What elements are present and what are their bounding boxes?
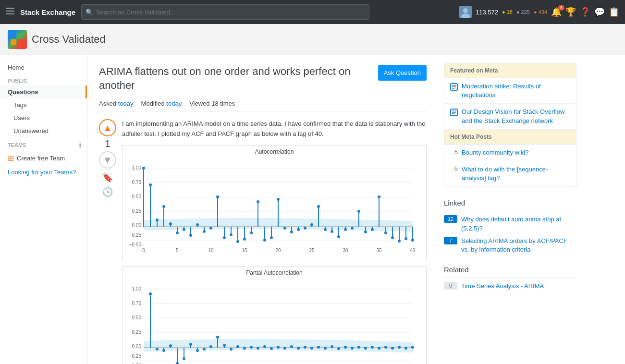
svg-point-111 — [404, 237, 407, 240]
hot-meta-item-1: 5 What to do with the [sequence-analysis… — [444, 161, 576, 187]
stack-exchange-logo[interactable]: Stack Exchange — [20, 8, 75, 16]
svg-point-97 — [357, 210, 360, 213]
svg-point-53 — [209, 227, 212, 230]
svg-point-165 — [236, 345, 239, 348]
svg-text:30: 30 — [343, 248, 348, 253]
team-icon: ⊞ — [8, 154, 14, 163]
linked-header: Linked — [444, 195, 576, 211]
teams-label: TEAMS — [8, 142, 26, 148]
viewed-label: Viewed 18 times — [189, 100, 235, 107]
create-team-item[interactable]: ⊞ Create free Team — [0, 151, 87, 166]
svg-point-147 — [176, 362, 179, 364]
post-actions: 🔖 🕒 — [102, 172, 113, 197]
svg-text:15: 15 — [242, 248, 247, 253]
svg-point-203 — [364, 347, 367, 350]
downvote-button[interactable]: ▼ — [99, 151, 116, 169]
acf-chart-title: Autocorrelation — [124, 147, 424, 157]
svg-point-215 — [404, 347, 407, 350]
svg-point-113 — [411, 239, 414, 242]
sidebar-item-users[interactable]: Users — [0, 111, 87, 124]
linked-link-1[interactable]: Selecting ARIMA orders by ACF/PACF vs. b… — [461, 237, 576, 254]
svg-text:10: 10 — [208, 248, 214, 253]
hamburger-menu[interactable] — [6, 7, 14, 17]
hot-meta-item-0: 5 Bounty community wiki? — [444, 145, 576, 161]
nav-right: 113,572 ● 18 ● 225 ● 434 🔔 6 🏆 ❓ 💬 📋 — [459, 6, 619, 18]
main-layout: Home PUBLIC Questions Tags Users Unanswe… — [0, 55, 625, 364]
svg-point-189 — [317, 346, 320, 349]
featured-link-0[interactable]: Moderation strike: Results of negotiatio… — [462, 82, 570, 99]
svg-point-181 — [290, 345, 293, 348]
right-sidebar: Featured on Meta Moderation strike: Resu… — [438, 55, 582, 364]
svg-point-171 — [257, 347, 259, 350]
vote-count: 1 — [105, 138, 110, 149]
featured-link-1[interactable]: Our Design Vision for Stack Overflow and… — [462, 108, 570, 125]
meta-icon-0 — [450, 83, 458, 91]
svg-point-109 — [398, 240, 401, 243]
sidebar-item-tags[interactable]: Tags — [0, 98, 87, 111]
bookmark-icon[interactable]: 🔖 — [102, 172, 113, 183]
svg-point-83 — [310, 223, 313, 226]
svg-point-139 — [149, 292, 152, 295]
review-icon[interactable]: 📋 — [609, 7, 619, 17]
tags-label: Tags — [13, 101, 26, 109]
linked-item-1: 7 Selecting ARIMA orders by ACF/PACF vs.… — [444, 237, 576, 254]
linked-link-0[interactable]: Why does default auto.arima stop at (5,2… — [461, 215, 576, 232]
hot-meta-link-0[interactable]: Bounty community wiki? — [462, 148, 528, 157]
ask-question-button[interactable]: Ask Question — [378, 65, 427, 81]
inbox-icon[interactable]: 🔔 6 — [551, 7, 562, 17]
svg-point-89 — [331, 230, 333, 233]
related-item-0: 0 Time Series Analysis - ARIMA — [444, 282, 576, 291]
svg-text:0.50: 0.50 — [132, 315, 142, 320]
svg-point-101 — [371, 228, 374, 231]
svg-point-153 — [196, 349, 199, 352]
related-score-0: 0 — [444, 282, 457, 290]
sidebar-item-home[interactable]: Home — [0, 61, 87, 74]
help-icon[interactable]: ❓ — [580, 7, 590, 17]
svg-point-81 — [304, 227, 306, 230]
avatar[interactable] — [459, 6, 472, 18]
reputation-score: 113,572 — [476, 9, 498, 16]
chat-icon[interactable]: 💬 — [594, 7, 605, 17]
svg-point-63 — [243, 238, 246, 241]
post-body: I am implementing an ARIMA model on a ti… — [122, 119, 427, 364]
search-box: 🔍 — [81, 4, 369, 20]
looking-for-teams[interactable]: Looking for your Teams? — [0, 166, 87, 179]
svg-text:1.00: 1.00 — [132, 165, 142, 170]
history-icon[interactable]: 🕒 — [102, 187, 113, 197]
svg-point-157 — [209, 345, 212, 348]
sidebar-item-questions[interactable]: Questions — [0, 85, 87, 98]
hot-meta-link-1[interactable]: What to do with the [sequence-analysis] … — [462, 165, 570, 182]
linked-item-0: 12 Why does default auto.arima stop at (… — [444, 215, 576, 232]
svg-point-39 — [162, 205, 165, 208]
svg-point-43 — [176, 231, 179, 234]
hot-meta-score-1: 5 — [450, 165, 458, 172]
linked-score-1: 7 — [444, 237, 457, 244]
search-input[interactable] — [96, 9, 365, 16]
svg-text:0.25: 0.25 — [132, 208, 142, 214]
pacf-chart-title: Partial Autocorrelation — [124, 268, 424, 278]
asked-value: today — [118, 100, 134, 107]
featured-meta-item-0: Moderation strike: Results of negotiatio… — [444, 78, 576, 104]
upvote-button[interactable]: ▲ — [99, 119, 116, 136]
svg-rect-0 — [6, 8, 14, 9]
svg-point-3 — [463, 8, 468, 13]
svg-point-195 — [337, 347, 340, 350]
svg-point-187 — [310, 347, 313, 350]
svg-point-149 — [183, 357, 185, 360]
svg-text:0.00: 0.00 — [132, 344, 142, 349]
modified-label: Modified today — [141, 100, 182, 107]
svg-point-41 — [169, 222, 172, 225]
sidebar-item-unanswered[interactable]: Unanswered — [0, 124, 87, 137]
svg-point-99 — [364, 231, 367, 233]
svg-point-143 — [162, 349, 165, 352]
svg-point-145 — [169, 344, 172, 347]
achievements-icon[interactable]: 🏆 — [565, 7, 576, 17]
svg-point-65 — [250, 231, 253, 234]
info-icon[interactable]: ℹ — [79, 141, 81, 149]
related-link-0[interactable]: Time Series Analysis - ARIMA — [461, 282, 544, 291]
svg-point-69 — [263, 239, 266, 242]
svg-point-183 — [297, 347, 300, 350]
linked-section: Linked 12 Why does default auto.arima st… — [444, 195, 576, 254]
svg-point-87 — [324, 228, 327, 231]
site-logo-icon — [8, 30, 27, 49]
